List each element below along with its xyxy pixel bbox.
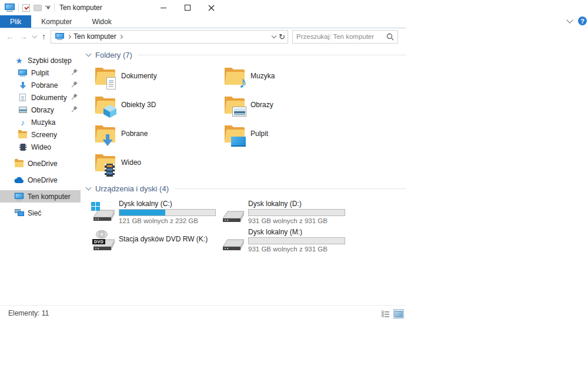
download-arrow-icon [18,81,28,89]
folder-tile-dokumenty[interactable]: Dokumenty [93,65,223,94]
group-divider [175,188,406,189]
folder-tile-muzyka[interactable]: ♪ Muzyka [223,65,352,94]
sidebar-item-szybki-dostep[interactable]: ★ Szybki dostęp [0,54,81,67]
refresh-icon[interactable]: ↻ [279,32,285,41]
film-icon [18,144,28,151]
file-list-area: Foldery (7) Dokumenty ♪ Muzyka [85,49,406,256]
help-button[interactable]: ? [578,16,587,25]
drive-free-space: 931 GB wolnych z 931 GB [248,217,345,224]
sidebar-item-ten-komputer[interactable]: Ten komputer [0,190,81,203]
drive-free-space: 121 GB wolnych z 232 GB [119,217,216,224]
drives-grid: Dysk lokalny (C:) 121 GB wolnych z 232 G… [85,200,406,256]
drive-tile-d[interactable]: Dysk lokalny (D:) 931 GB wolnych z 931 G… [220,200,350,228]
close-icon [208,5,215,11]
group-header-drives[interactable]: Urządzenia i dyski (4) [85,183,406,194]
folder-icon [93,123,117,147]
sidebar-item-pulpit[interactable]: Pulpit [0,67,81,79]
sidebar-item-label: Wideo [31,143,51,151]
tab-widok[interactable]: Widok [82,15,121,28]
minimize-button[interactable] [151,0,175,15]
this-pc-icon [5,4,15,12]
sidebar-item-label: Ten komputer [28,193,71,201]
sidebar-item-wideo[interactable]: Wideo [0,141,81,153]
sidebar-item-label: Szybki dostęp [28,57,72,65]
address-bar[interactable]: Ten komputer ↻ [51,30,288,44]
music-note-icon: ♪ [18,118,28,127]
sidebar-item-label: OneDrive [28,160,58,168]
drive-tile-m[interactable]: Dysk lokalny (M:) 931 GB wolnych z 931 G… [220,228,350,256]
cube-overlay-icon [103,104,117,120]
folder-tile-pulpit[interactable]: Pulpit [223,123,352,152]
drive-tile-k-dvd[interactable]: DVD Stacja dysków DVD RW (K:) [91,228,220,256]
address-dropdown-icon[interactable] [272,33,276,38]
search-input[interactable] [296,33,386,40]
search-box[interactable] [292,30,398,44]
chevron-down-icon[interactable] [86,185,92,191]
music-note-overlay-icon: ♪ [239,75,248,91]
search-icon[interactable] [386,33,394,41]
folder-icon [14,160,24,167]
folder-tile-label: Pulpit [250,130,268,138]
monitor-icon [18,69,28,77]
folder-icon [93,94,117,118]
this-pc-icon [55,33,64,40]
group-header-folders[interactable]: Foldery (7) [85,49,406,60]
large-icons-view-icon [395,311,403,317]
folder-tile-label: Dokumenty [121,72,157,80]
folder-tile-wideo[interactable]: Wideo [93,152,223,181]
details-view-button[interactable] [380,309,390,319]
view-switcher [380,309,404,319]
computer-icon [14,193,24,201]
sidebar-item-label: Obrazy [31,106,54,114]
pin-icon [71,81,78,89]
recent-locations-dropdown-icon[interactable] [32,33,37,38]
maximize-icon [185,5,191,11]
tab-plik[interactable]: Plik [0,15,31,28]
capacity-bar [248,209,345,216]
folder-tile-obiekty-3d[interactable]: Obiekty 3D [93,94,223,123]
folder-tile-obrazy[interactable]: Obrazy [223,94,352,123]
large-icons-view-button[interactable] [393,309,404,319]
sidebar-item-label: Dokumenty [31,94,67,102]
chevron-right-icon[interactable] [119,34,123,38]
collapse-ribbon-icon[interactable] [566,16,573,23]
hard-drive-icon [220,202,246,226]
title-bar: Ten komputer [0,0,406,15]
forward-button[interactable]: → [19,32,28,41]
document-overlay-icon [106,77,116,89]
cloud-icon [14,177,24,184]
document-icon [18,94,28,101]
sidebar-item-siec[interactable]: Sieć [0,207,81,219]
download-arrow-overlay-icon [101,134,114,148]
sidebar-item-dokumenty[interactable]: Dokumenty [0,91,81,104]
maximize-button[interactable] [175,0,199,15]
folder-tile-pobrane[interactable]: Pobrane [93,123,223,152]
drive-tile-c[interactable]: Dysk lokalny (C:) 121 GB wolnych z 232 G… [91,200,220,228]
sidebar-item-label: Screeny [31,131,57,139]
back-button[interactable]: ← [6,32,14,41]
items-count: Elementy: 11 [0,309,49,317]
folder-tile-label: Obrazy [250,101,273,109]
folder-icon [93,152,117,175]
new-folder-icon[interactable] [34,5,42,11]
sidebar-item-label: Pobrane [31,81,58,89]
properties-icon[interactable] [22,4,30,12]
sidebar-item-pobrane[interactable]: Pobrane [0,79,81,91]
film-overlay-icon [105,164,115,177]
folder-icon [93,65,117,89]
breadcrumb[interactable]: Ten komputer [74,32,116,41]
drive-name: Dysk lokalny (M:) [248,228,345,236]
sidebar-item-obrazy[interactable]: Obrazy [0,104,81,116]
sidebar-item-muzyka[interactable]: ♪ Muzyka [0,116,81,128]
close-button[interactable] [199,0,223,15]
tab-komputer[interactable]: Komputer [31,15,82,28]
folder-icon [223,94,246,118]
sidebar-item-screeny[interactable]: Screeny [0,128,81,141]
chevron-right-icon[interactable] [67,34,71,38]
sidebar-item-onedrive[interactable]: OneDrive [0,174,81,186]
chevron-down-icon[interactable] [86,51,92,57]
system-drive-icon [91,202,117,226]
up-button[interactable]: ↑ [42,32,46,41]
customize-toolbar-dropdown-icon[interactable] [45,6,51,10]
sidebar-item-onedrive-folder[interactable]: OneDrive [0,157,81,170]
